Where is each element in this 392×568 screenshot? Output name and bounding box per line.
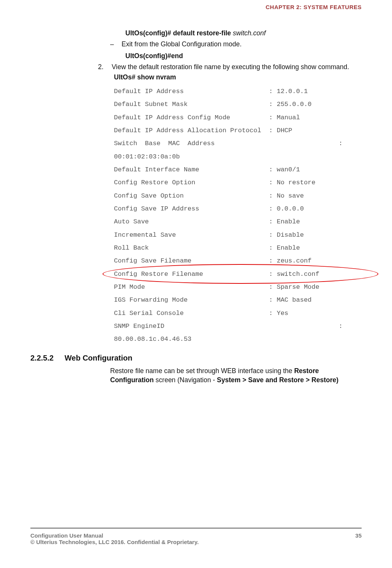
nvram-row: PIM Mode : Sparse Mode (114, 281, 362, 294)
section-paragraph: Restore file name can be set through WEB… (110, 366, 362, 385)
nvram-output: Default IP Address : 12.0.0.1Default Sub… (114, 85, 362, 346)
nvram-row: Config Save Filename : zeus.conf (114, 255, 362, 267)
section-title: Web Configuration (65, 354, 133, 362)
command-restore-file: UltOs(config)# default restore-file swit… (125, 29, 362, 37)
nvram-row: Config Save IP Address : 0.0.0.0 (114, 203, 362, 215)
nvram-row: Config Restore Option : No restore (114, 176, 362, 189)
nvram-row: Config Save Option : No save (114, 190, 362, 203)
nvram-row: Switch Base MAC Address : 00:01:02:03:0a… (114, 137, 362, 163)
nvram-row: Auto Save : Enable (114, 215, 362, 228)
section-number: 2.2.5.2 (30, 354, 65, 362)
page-number: 35 (355, 532, 362, 545)
cmd-argument: switch.conf (233, 29, 266, 37)
nvram-row: Cli Serial Console : Yes (114, 307, 362, 320)
para-text-mid: screen (Navigation - (154, 376, 217, 384)
nvram-row: Default Interface Name : wan0/1 (114, 163, 362, 176)
page-footer: Configuration User Manual © Ulterius Tec… (30, 528, 362, 545)
content-block: UltOs(config)# default restore-file swit… (110, 29, 362, 346)
dash-icon: – (110, 40, 115, 48)
nvram-row: Default IP Address : 12.0.0.1 (114, 85, 362, 98)
para-bold-2: System > Save and Restore > Restore) (217, 376, 338, 384)
step-text: View the default restoration file name b… (112, 63, 349, 71)
command-show-nvram: UltOs# show nvram (114, 73, 362, 81)
footer-copyright: © Ulterius Technologies, LLC 2016. Confi… (30, 539, 199, 545)
footer-manual-title: Configuration User Manual (30, 532, 199, 539)
nvram-row: Config Restore Filename : switch.conf (114, 268, 362, 281)
section-heading: 2.2.5.2Web Configuration (30, 354, 362, 362)
nvram-row: SNMP EngineID : 80.00.08.1c.04.46.53 (114, 320, 362, 346)
nvram-row: Roll Back : Enable (114, 242, 362, 255)
nvram-row: IGS Forwarding Mode : MAC based (114, 294, 362, 307)
chapter-header: CHAPTER 2: SYSTEM FEATURES (30, 4, 362, 10)
step-dash-exit: – Exit from the Global Configuration mod… (110, 40, 362, 48)
nvram-row: Incremental Save : Disable (114, 229, 362, 242)
nvram-row: Default Subnet Mask : 255.0.0.0 (114, 98, 362, 111)
cmd-prompt: UltOs(config)# default restore-file (125, 29, 233, 37)
command-end: UltOs(config)#end (125, 52, 362, 60)
step-2: 2. View the default restoration file nam… (98, 63, 362, 71)
para-text: Restore file name can be set through WEB… (110, 367, 294, 375)
dash-text: Exit from the Global Configuration mode. (122, 40, 242, 48)
nvram-row: Default IP Address Allocation Protocol :… (114, 124, 362, 137)
nvram-row: Default IP Address Config Mode : Manual (114, 111, 362, 124)
step-number: 2. (98, 63, 106, 71)
